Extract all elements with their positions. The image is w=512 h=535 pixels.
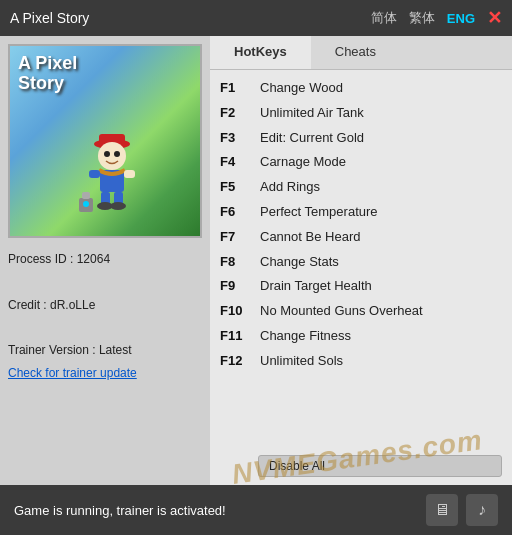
hotkey-label: Edit: Current Gold xyxy=(260,128,364,149)
lang-traditional[interactable]: 繁体 xyxy=(409,9,435,27)
hotkey-key: F6 xyxy=(220,202,260,223)
status-icons: 🖥 ♪ xyxy=(426,494,498,526)
process-id: Process ID : 12064 xyxy=(8,248,202,271)
hotkey-row: F5Add Rings xyxy=(220,175,502,200)
svg-rect-6 xyxy=(89,170,100,178)
hotkey-label: Change Wood xyxy=(260,78,343,99)
hotkey-key: F10 xyxy=(220,301,260,322)
music-icon[interactable]: ♪ xyxy=(466,494,498,526)
left-panel: A PixelStory xyxy=(0,36,210,485)
hotkeys-list: F1Change WoodF2Unlimited Air TankF3Edit:… xyxy=(210,70,512,449)
hotkey-row: F4Carnage Mode xyxy=(220,150,502,175)
credit: Credit : dR.oLLe xyxy=(8,294,202,317)
hotkey-key: F4 xyxy=(220,152,260,173)
hotkey-row: F3Edit: Current Gold xyxy=(220,126,502,151)
hotkey-label: Drain Target Health xyxy=(260,276,372,297)
lang-simplified[interactable]: 简体 xyxy=(371,9,397,27)
hotkey-key: F1 xyxy=(220,78,260,99)
hotkey-row: F12Unlimited Sols xyxy=(220,349,502,374)
main-content: A PixelStory xyxy=(0,36,512,485)
title-bar-controls: 简体 繁体 ENG ✕ xyxy=(371,7,502,29)
svg-point-11 xyxy=(110,202,126,210)
title-bar: A Pixel Story 简体 繁体 ENG ✕ xyxy=(0,0,512,36)
hotkey-row: F2Unlimited Air Tank xyxy=(220,101,502,126)
hotkey-row: F1Change Wood xyxy=(220,76,502,101)
hotkey-label: No Mounted Guns Overheat xyxy=(260,301,423,322)
hotkey-key: F3 xyxy=(220,128,260,149)
hotkey-label: Cannot Be Heard xyxy=(260,227,360,248)
game-character xyxy=(77,126,147,216)
hotkey-key: F8 xyxy=(220,252,260,273)
hotkey-key: F5 xyxy=(220,177,260,198)
hotkey-key: F2 xyxy=(220,103,260,124)
check-update-link[interactable]: Check for trainer update xyxy=(8,366,137,380)
monitor-icon[interactable]: 🖥 xyxy=(426,494,458,526)
hotkey-label: Unlimited Sols xyxy=(260,351,343,372)
hotkey-label: Change Fitness xyxy=(260,326,351,347)
disable-all-button[interactable]: Disable All xyxy=(258,455,502,477)
trainer-version: Trainer Version : Latest xyxy=(8,339,202,362)
tab-hotkeys[interactable]: HotKeys xyxy=(210,36,311,69)
status-message: Game is running, trainer is activated! xyxy=(14,503,226,518)
hotkey-row: F11Change Fitness xyxy=(220,324,502,349)
hotkey-key: F11 xyxy=(220,326,260,347)
svg-point-2 xyxy=(98,142,126,170)
game-image-title: A PixelStory xyxy=(18,54,77,94)
hotkey-row: F10No Mounted Guns Overheat xyxy=(220,299,502,324)
svg-point-4 xyxy=(114,151,120,157)
svg-rect-7 xyxy=(124,170,135,178)
hotkey-label: Perfect Temperature xyxy=(260,202,378,223)
status-bar: Game is running, trainer is activated! 🖥… xyxy=(0,485,512,535)
tab-cheats[interactable]: Cheats xyxy=(311,36,400,69)
svg-point-13 xyxy=(83,201,89,207)
svg-point-3 xyxy=(104,151,110,157)
hotkey-key: F9 xyxy=(220,276,260,297)
app-title: A Pixel Story xyxy=(10,10,89,26)
hotkey-label: Carnage Mode xyxy=(260,152,346,173)
lang-english[interactable]: ENG xyxy=(447,11,475,26)
svg-rect-14 xyxy=(82,192,90,199)
hotkey-label: Add Rings xyxy=(260,177,320,198)
hotkey-key: F7 xyxy=(220,227,260,248)
tabs: HotKeys Cheats xyxy=(210,36,512,70)
info-section: Process ID : 12064 Credit : dR.oLLe Trai… xyxy=(8,248,202,385)
game-cover: A PixelStory xyxy=(8,44,202,238)
hotkey-row: F6Perfect Temperature xyxy=(220,200,502,225)
right-panel: HotKeys Cheats F1Change WoodF2Unlimited … xyxy=(210,36,512,485)
hotkey-row: F7Cannot Be Heard xyxy=(220,225,502,250)
hotkey-label: Unlimited Air Tank xyxy=(260,103,364,124)
hotkey-row: F9Drain Target Health xyxy=(220,274,502,299)
close-button[interactable]: ✕ xyxy=(487,7,502,29)
hotkey-row: F8Change Stats xyxy=(220,250,502,275)
hotkey-label: Change Stats xyxy=(260,252,339,273)
hotkey-key: F12 xyxy=(220,351,260,372)
